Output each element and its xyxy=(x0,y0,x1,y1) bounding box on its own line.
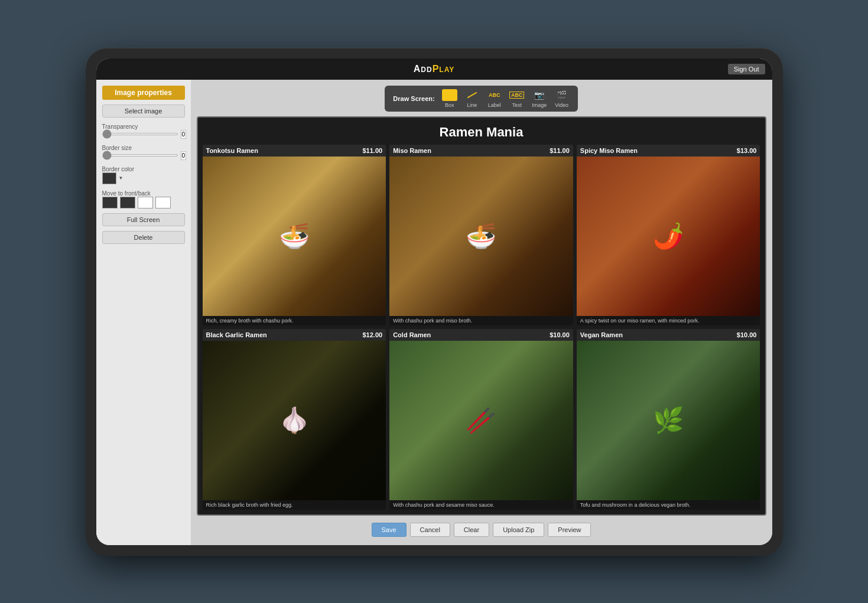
menu-item: Cold Ramen $10.00 🥢 With chashu pork and… xyxy=(389,329,573,510)
menu-item-name: Cold Ramen xyxy=(393,331,431,338)
image-label: Image xyxy=(532,102,547,108)
move-buttons xyxy=(102,197,185,208)
border-size-value: 0 xyxy=(181,151,187,160)
transparency-label: Transparency xyxy=(102,123,185,130)
tool-line[interactable]: Line xyxy=(464,89,480,108)
camera-glyph: 📷 xyxy=(534,90,544,100)
sign-out-button[interactable]: Sign Out xyxy=(728,64,765,74)
box-label: Box xyxy=(445,102,454,108)
box-shape xyxy=(444,91,455,99)
text-icon: ABC xyxy=(509,89,525,101)
menu-item-header: Vegan Ramen $10.00 xyxy=(577,329,760,341)
video-icon: 🎬 xyxy=(554,89,570,101)
image-icon: 📷 xyxy=(532,89,547,101)
menu-item-desc: Rich black garlic broth with fried egg. xyxy=(203,500,386,510)
transparency-row: 0 xyxy=(102,130,185,139)
menu-item: Tonkotsu Ramen $11.00 🍜 Rich, creamy bro… xyxy=(203,145,386,325)
menu-item-price: $10.00 xyxy=(550,331,570,338)
tool-image[interactable]: 📷 Image xyxy=(532,89,547,108)
app-header: ADDPLAY Sign Out xyxy=(96,58,772,80)
border-color-label: Border color xyxy=(102,166,185,172)
menu-title: Ramen Mania xyxy=(198,118,765,145)
menu-item: Black Garlic Ramen $12.00 🧄 Rich black g… xyxy=(203,329,386,510)
preview-button[interactable]: Preview xyxy=(548,523,591,537)
upload_zip-button[interactable]: Upload Zip xyxy=(493,523,544,537)
display-canvas[interactable]: Ramen Mania Tonkotsu Ramen $11.00 🍜 Rich… xyxy=(197,116,766,516)
menu-item-price: $13.00 xyxy=(737,147,757,154)
sidebar-title: Image properties xyxy=(102,86,185,100)
clear-button[interactable]: Clear xyxy=(454,523,489,537)
bottom-toolbar: SaveCancelClearUpload ZipPreview xyxy=(372,520,591,539)
transparency-value: 0 xyxy=(181,130,187,139)
video-glyph: 🎬 xyxy=(557,90,567,100)
border-color-swatch[interactable] xyxy=(102,172,116,184)
menu-item-image: 🍜 xyxy=(203,157,386,316)
tool-video[interactable]: 🎬 Video xyxy=(554,89,570,108)
border-color-row: ▼ xyxy=(102,172,185,184)
line-shape xyxy=(467,92,477,98)
border-size-row: 0 xyxy=(102,151,185,160)
menu-item-desc: A spicy twist on our miso ramen, with mi… xyxy=(577,316,760,325)
menu-item-name: Vegan Ramen xyxy=(580,331,623,338)
move-forward-button[interactable] xyxy=(138,197,153,208)
menu-item-image: 🌿 xyxy=(577,341,760,500)
tool-box[interactable]: Box xyxy=(442,89,457,108)
workspace: Image properties Select image Transparen… xyxy=(96,80,772,545)
select-image-button[interactable]: Select image xyxy=(102,105,185,118)
menu-item-desc: With chashu pork and sesame miso sauce. xyxy=(389,500,573,510)
line-label: Line xyxy=(467,102,477,108)
menu-item-image: 🌶️ xyxy=(577,157,760,316)
title-add: ADD xyxy=(414,64,433,74)
sidebar: Image properties Select image Transparen… xyxy=(96,80,191,545)
tablet-frame: ADDPLAY Sign Out Image properties Select… xyxy=(86,48,783,556)
menu-item-desc: Rich, creamy broth with chashu pork. xyxy=(203,316,386,325)
draw-toolbar: Draw Screen: Box Line xyxy=(385,86,577,112)
menu-item-image: 🧄 xyxy=(203,341,386,500)
move-front-button[interactable] xyxy=(155,197,171,208)
menu-item-name: Miso Ramen xyxy=(393,147,431,154)
move-backward-button[interactable] xyxy=(120,197,135,208)
text-label: Text xyxy=(512,102,522,108)
draw-screen-label: Draw Screen: xyxy=(393,95,434,102)
menu-item-desc: With chashu pork and miso broth. xyxy=(389,316,573,325)
menu-item: Spicy Miso Ramen $13.00 🌶️ A spicy twist… xyxy=(577,145,760,325)
tablet-inner: ADDPLAY Sign Out Image properties Select… xyxy=(96,58,772,545)
menu-item-desc: Tofu and mushroom in a delicious vegan b… xyxy=(577,500,760,510)
full-screen-button[interactable]: Full Screen xyxy=(102,213,185,226)
menu-item-image: 🍜 xyxy=(389,157,573,316)
app-title: ADDPLAY xyxy=(414,64,454,74)
menu-item-header: Black Garlic Ramen $12.00 xyxy=(203,329,386,341)
border-size-label: Border size xyxy=(102,145,185,151)
border-color-arrow-icon[interactable]: ▼ xyxy=(119,175,123,181)
box-icon xyxy=(442,89,457,101)
border-size-slider[interactable] xyxy=(102,154,178,157)
menu-item-price: $10.00 xyxy=(737,331,757,338)
cancel-button[interactable]: Cancel xyxy=(410,523,450,537)
title-play: PLAY xyxy=(433,64,455,74)
text-abc-text: ABC xyxy=(509,92,525,99)
canvas-area: Draw Screen: Box Line xyxy=(191,80,772,545)
menu-item-price: $11.00 xyxy=(363,147,383,154)
menu-item-header: Spicy Miso Ramen $13.00 xyxy=(577,145,760,157)
menu-item-image: 🥢 xyxy=(389,341,573,500)
menu-item: Vegan Ramen $10.00 🌿 Tofu and mushroom i… xyxy=(577,329,760,510)
transparency-slider[interactable] xyxy=(102,133,178,135)
menu-item-price: $11.00 xyxy=(550,147,570,154)
tool-text[interactable]: ABC Text xyxy=(509,89,525,108)
menu-item-price: $12.00 xyxy=(363,331,383,338)
tool-label[interactable]: ABC Label xyxy=(487,89,502,108)
menu-item-header: Miso Ramen $11.00 xyxy=(389,145,573,157)
move-back-button[interactable] xyxy=(102,197,118,208)
save-button[interactable]: Save xyxy=(372,523,407,537)
label-label: Label xyxy=(488,102,501,108)
delete-button[interactable]: Delete xyxy=(102,231,185,244)
line-icon xyxy=(464,89,480,101)
menu-item-name: Tonkotsu Ramen xyxy=(206,147,258,154)
move-label: Move to front/back xyxy=(102,190,185,197)
menu-grid: Tonkotsu Ramen $11.00 🍜 Rich, creamy bro… xyxy=(198,145,765,514)
video-label: Video xyxy=(555,102,568,108)
menu-item-header: Cold Ramen $10.00 xyxy=(389,329,573,341)
menu-item-header: Tonkotsu Ramen $11.00 xyxy=(203,145,386,157)
menu-item-name: Spicy Miso Ramen xyxy=(580,147,638,154)
label-abc-text: ABC xyxy=(489,92,500,98)
